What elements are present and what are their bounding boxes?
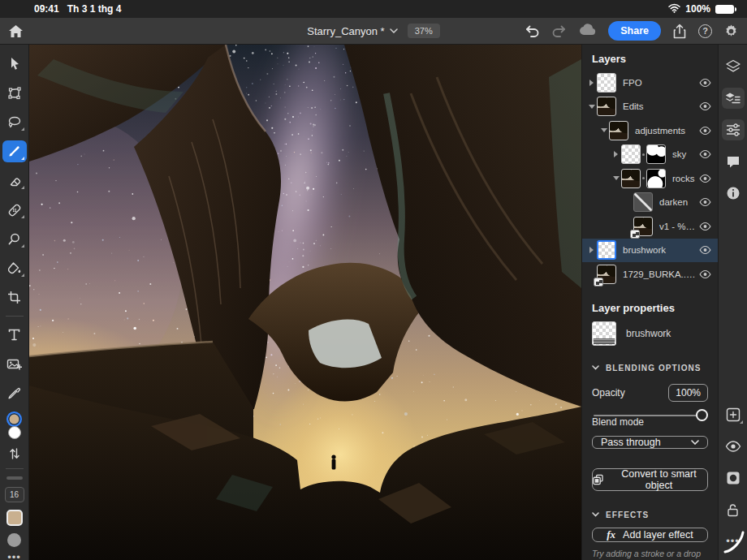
- visibility-eye-icon[interactable]: [722, 436, 745, 457]
- undo-button[interactable]: [524, 24, 540, 37]
- add-layer-effect-button[interactable]: fx Add layer effect: [592, 528, 708, 542]
- document-menu[interactable]: Starry_Canyon *: [307, 25, 397, 37]
- layer-thumbnail[interactable]: [597, 97, 616, 116]
- starry-canyon-image: [29, 45, 581, 560]
- move-tool[interactable]: [2, 53, 27, 75]
- disclosure-triangle-icon[interactable]: [586, 105, 597, 109]
- canvas[interactable]: [29, 45, 581, 560]
- layer-visibility-eye-icon[interactable]: [699, 245, 711, 255]
- layer-properties-icon[interactable]: [722, 88, 745, 109]
- export-button[interactable]: [672, 24, 687, 39]
- lock-icon[interactable]: [722, 499, 745, 520]
- brush-opacity-indicator[interactable]: [7, 533, 21, 547]
- layer-visibility-eye-icon[interactable]: [699, 101, 711, 111]
- layer-row[interactable]: FPO: [582, 71, 718, 95]
- opacity-value-field[interactable]: 100%: [668, 384, 708, 402]
- more-tools-button[interactable]: •••: [7, 554, 21, 560]
- blend-mode-dropdown[interactable]: Pass through: [592, 436, 708, 449]
- brush-tool[interactable]: [2, 140, 27, 162]
- swap-colors-button[interactable]: [2, 446, 27, 461]
- brush-size-field[interactable]: 16: [5, 487, 24, 502]
- disclosure-triangle-icon[interactable]: [586, 247, 597, 253]
- layer-properties-title: Layer properties: [582, 294, 718, 320]
- info-icon[interactable]: [722, 183, 745, 204]
- layers-panel: Layers FPOEditsadjustmentsskyrocksdarken…: [581, 45, 718, 560]
- layers-icon[interactable]: [722, 56, 745, 77]
- convert-to-smart-object-button[interactable]: Convert to smart object: [592, 468, 708, 491]
- layer-row[interactable]: rocks: [582, 166, 718, 191]
- healing-brush-tool[interactable]: [2, 199, 27, 221]
- background-color-swatch[interactable]: [8, 426, 21, 439]
- layer-mask-thumbnail[interactable]: [646, 169, 666, 188]
- layer-row[interactable]: v1 - %60: [582, 214, 718, 239]
- layer-thumbnail[interactable]: [609, 121, 628, 140]
- eraser-tool[interactable]: [2, 170, 27, 192]
- foreground-color-swatch[interactable]: [6, 411, 22, 427]
- layer-visibility-eye-icon[interactable]: [699, 269, 711, 279]
- brush-color-chip[interactable]: [6, 510, 23, 526]
- layer-mask-thumbnail[interactable]: [646, 144, 666, 164]
- layer-thumbnail[interactable]: [597, 265, 616, 284]
- type-tool[interactable]: [2, 324, 27, 346]
- layer-row[interactable]: brushwork: [582, 239, 718, 263]
- mask-link-dot: [642, 177, 645, 179]
- fill-tool[interactable]: [2, 257, 27, 279]
- smart-object-badge: [594, 278, 603, 286]
- layer-visibility-eye-icon[interactable]: [699, 149, 711, 159]
- rail-divider: [6, 468, 24, 469]
- opacity-slider-track[interactable]: [594, 415, 706, 416]
- magnifier-tool[interactable]: [2, 228, 27, 250]
- layer-name: 1729_BURKA...anced-NR33: [623, 269, 696, 279]
- blending-options-header[interactable]: BLENDING OPTIONS: [582, 354, 718, 377]
- color-swatches[interactable]: [5, 411, 24, 439]
- add-layer-icon[interactable]: [722, 404, 745, 425]
- home-button[interactable]: [8, 24, 24, 38]
- settings-button[interactable]: [723, 24, 739, 39]
- layer-row[interactable]: darken: [582, 191, 718, 215]
- effects-hint: Try adding a stroke or a drop shadow.: [582, 549, 718, 560]
- transform-tool[interactable]: [2, 82, 27, 104]
- help-button[interactable]: ?: [698, 24, 712, 38]
- effects-header[interactable]: EFFECTS: [582, 501, 718, 524]
- layer-thumbnail[interactable]: [633, 192, 653, 212]
- crop-tool[interactable]: [2, 286, 27, 308]
- rail-drag-handle[interactable]: [6, 476, 23, 480]
- layer-row[interactable]: sky: [582, 143, 718, 167]
- layer-thumbnail[interactable]: [597, 73, 616, 93]
- cloud-sync-icon: [579, 24, 597, 39]
- adjustments-sliders-icon[interactable]: [722, 119, 745, 140]
- chevron-down-icon: [592, 365, 599, 370]
- comments-icon[interactable]: [722, 151, 745, 172]
- layer-name: v1 - %60: [659, 222, 696, 231]
- disclosure-triangle-icon[interactable]: [611, 176, 621, 180]
- layer-visibility-eye-icon[interactable]: [699, 126, 711, 136]
- lasso-tool[interactable]: [2, 111, 27, 133]
- layer-thumbnail[interactable]: [597, 240, 616, 260]
- disclosure-triangle-icon[interactable]: [586, 80, 597, 86]
- layer-visibility-eye-icon[interactable]: [699, 197, 711, 207]
- layer-thumbnail[interactable]: [621, 169, 641, 188]
- selected-layer-thumbnail: [592, 321, 616, 346]
- opacity-slider-thumb[interactable]: [696, 409, 708, 421]
- layer-row[interactable]: Edits: [582, 95, 718, 119]
- corner-gesture-indicator[interactable]: [723, 531, 745, 557]
- layer-thumbnail[interactable]: [621, 144, 641, 164]
- layer-visibility-eye-icon[interactable]: [699, 222, 711, 231]
- share-button[interactable]: Share: [608, 21, 661, 41]
- place-image-tool[interactable]: [2, 353, 27, 375]
- question-mark-icon: ?: [698, 24, 712, 38]
- layer-thumbnail[interactable]: [633, 217, 653, 236]
- eyedropper-tool[interactable]: [2, 382, 27, 404]
- layer-name: brushwork: [623, 245, 696, 255]
- layer-mask-icon[interactable]: [722, 467, 745, 489]
- layer-row[interactable]: adjustments: [582, 118, 718, 143]
- smart-object-icon: [593, 474, 603, 485]
- redo-button[interactable]: [551, 24, 568, 37]
- photoshop-ipad-app: 09:41 Th 3 1 thg 4 100% Starry_Canyon * …: [0, 0, 747, 560]
- disclosure-triangle-icon[interactable]: [611, 151, 621, 157]
- layer-visibility-eye-icon[interactable]: [699, 78, 711, 88]
- layer-visibility-eye-icon[interactable]: [699, 174, 711, 183]
- layer-row[interactable]: 1729_BURKA...anced-NR33: [582, 262, 718, 286]
- disclosure-triangle-icon[interactable]: [598, 128, 609, 132]
- zoom-level-badge[interactable]: 37%: [408, 24, 440, 38]
